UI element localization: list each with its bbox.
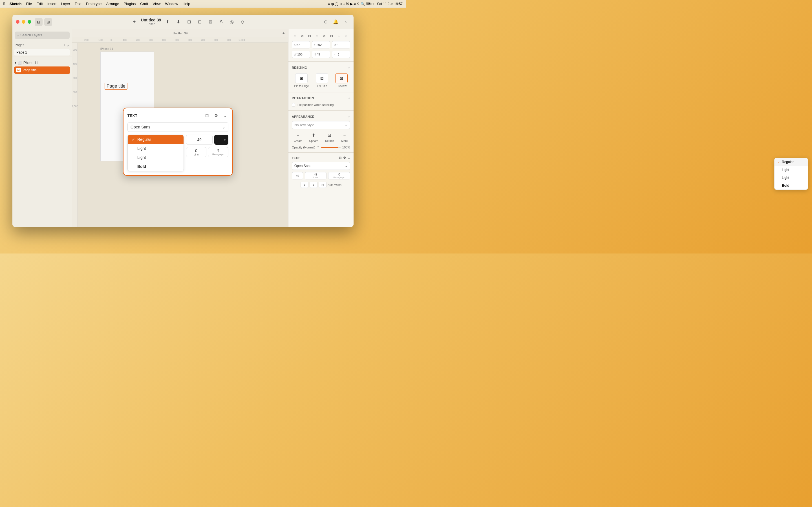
- distribute-h-btn[interactable]: ⊡: [336, 33, 342, 39]
- notification-btn[interactable]: 🔔: [332, 18, 340, 26]
- align-center-btn[interactable]: ⊠: [299, 33, 305, 39]
- menu-arrange[interactable]: Arrange: [106, 2, 119, 6]
- menu-prototype[interactable]: Prototype: [86, 2, 102, 6]
- text-section-label: TEXT: [292, 156, 300, 160]
- more-btn[interactable]: ›: [342, 18, 350, 26]
- page-1-item[interactable]: Page 1: [14, 49, 70, 55]
- prototype-tool[interactable]: ⊕: [321, 18, 330, 26]
- resizing-section: RESIZING ⌄ ⊞ Pin to Edge ⊠ Fix Size ⊡ Pr…: [289, 62, 354, 93]
- select-tool[interactable]: ⊠: [206, 18, 214, 25]
- appearance-expand-btn[interactable]: ⌄: [348, 115, 350, 118]
- layer-title-label: Page title: [22, 68, 37, 72]
- preview-btn[interactable]: ⊡ Preview: [335, 73, 348, 88]
- clock: Sat 11 Jun 19:57: [377, 2, 403, 6]
- create-style-btn[interactable]: + Create: [294, 132, 302, 143]
- menu-text[interactable]: Text: [75, 2, 82, 6]
- menu-craft[interactable]: Craft: [140, 2, 148, 6]
- align-middle-btn[interactable]: ⊠: [321, 33, 327, 39]
- transform-tool[interactable]: ⊡: [195, 18, 204, 25]
- menu-file[interactable]: File: [26, 2, 32, 6]
- text-line-input[interactable]: 49 Line: [305, 172, 327, 179]
- pin-to-edge-label: Pin to Edge: [294, 84, 309, 88]
- detach-style-btn[interactable]: ⊡ Detach: [325, 132, 334, 143]
- y-label: Y: [314, 43, 316, 47]
- paragraph-input[interactable]: ¶ Paragraph: [208, 147, 229, 157]
- font-option-light1[interactable]: ✓ Light: [128, 144, 184, 153]
- font-option-regular[interactable]: ✓ Regular: [128, 135, 184, 144]
- settings-icon[interactable]: ⚙: [213, 112, 219, 119]
- arrange-tool[interactable]: ⬇: [174, 18, 183, 25]
- layers-icon[interactable]: ⊡: [204, 112, 210, 119]
- w-input[interactable]: W 155: [292, 51, 310, 58]
- menu-layer[interactable]: Layer: [61, 2, 70, 6]
- canvas-area[interactable]: Untitled 39 + -200 -100 0 100 200 300 40…: [72, 29, 288, 227]
- add-tool[interactable]: +: [130, 18, 139, 25]
- font-size-input[interactable]: 49: [186, 135, 213, 145]
- text-settings-icon[interactable]: ⚙: [343, 156, 346, 160]
- text-align-center-icon[interactable]: ≡: [310, 182, 317, 188]
- add-page-btn[interactable]: +: [63, 43, 66, 48]
- text-style-selector[interactable]: No Text Style ⌄: [292, 121, 350, 129]
- font-option-bold[interactable]: ✓ Bold: [128, 162, 184, 171]
- text-width-icon[interactable]: ⊡: [319, 182, 326, 188]
- opacity-slider[interactable]: [321, 147, 341, 148]
- distribute-v-btn[interactable]: ⊡: [343, 33, 349, 39]
- update-style-btn[interactable]: ⬆ Update: [309, 132, 318, 143]
- resizing-expand-btn[interactable]: ⌄: [348, 66, 350, 69]
- align-left-btn[interactable]: ⊟: [292, 33, 298, 39]
- opacity-value: 100%: [342, 146, 350, 149]
- align-tool[interactable]: ⊟: [185, 18, 193, 25]
- menu-insert[interactable]: Insert: [47, 2, 57, 6]
- layer-group-iphone[interactable]: ▾ ⬜ iPhone 11: [12, 60, 72, 66]
- menu-window[interactable]: Window: [165, 2, 178, 6]
- shape-tool[interactable]: ◇: [238, 18, 247, 25]
- align-bottom-btn[interactable]: ⊡: [328, 33, 335, 39]
- x-input[interactable]: X 67: [292, 41, 310, 48]
- font-option-light2[interactable]: ✓ Light: [128, 153, 184, 162]
- search-bar[interactable]: ⌕ Search Layers: [15, 32, 70, 39]
- pages-chevron[interactable]: ⌄: [66, 42, 70, 48]
- menu-help[interactable]: Help: [183, 2, 190, 6]
- h-input[interactable]: H 49: [312, 51, 330, 58]
- text-font-selector[interactable]: Open Sans ⌄: [292, 162, 350, 170]
- menu-sketch[interactable]: Sketch: [10, 2, 22, 6]
- more-style-btn[interactable]: ··· More: [341, 132, 348, 143]
- pin-to-edge-btn[interactable]: ⊞ Pin to Edge: [294, 73, 309, 88]
- h-value: 49: [317, 53, 320, 56]
- opacity-stepper[interactable]: ⌃: [317, 145, 319, 149]
- interaction-add-btn[interactable]: +: [348, 96, 350, 100]
- canvas-content[interactable]: iPhone 11 Page title TEXT ⊡ ⚙ ⌄: [78, 43, 288, 227]
- minimize-button[interactable]: [22, 20, 26, 24]
- text-paragraph-input[interactable]: 0 Paragraph: [328, 172, 350, 179]
- flip-inputs[interactable]: ⇔ ⇕: [332, 51, 350, 58]
- close-button[interactable]: [16, 20, 19, 24]
- maximize-button[interactable]: [28, 20, 31, 24]
- fix-position-checkbox[interactable]: [292, 103, 295, 107]
- text-size-input[interactable]: 49: [292, 172, 303, 179]
- text-layers-icon[interactable]: ⊡: [339, 156, 342, 160]
- font-selector[interactable]: Open Sans ⌄: [128, 122, 229, 132]
- y-input[interactable]: Y 202: [312, 41, 330, 48]
- zoom-tool[interactable]: ◎: [227, 18, 236, 25]
- menu-plugins[interactable]: Plugins: [124, 2, 136, 6]
- menu-view[interactable]: View: [153, 2, 160, 6]
- align-top-btn[interactable]: ⊟: [314, 33, 320, 39]
- rotation-input[interactable]: 0 °: [332, 41, 350, 48]
- upload-tool[interactable]: ⬆: [163, 18, 172, 25]
- sidebar-toggle[interactable]: ⊟: [35, 18, 43, 26]
- collapse-icon[interactable]: ⌄: [221, 112, 229, 119]
- layer-page-title[interactable]: Aa Page title: [14, 66, 70, 74]
- menu-edit[interactable]: Edit: [36, 2, 43, 6]
- align-right-btn[interactable]: ⊡: [306, 33, 313, 39]
- text-align-left-icon[interactable]: ≡: [301, 182, 308, 188]
- w-label: W: [294, 53, 296, 56]
- grid-view-toggle[interactable]: ⊞: [44, 18, 52, 26]
- add-artboard-btn[interactable]: +: [283, 31, 285, 36]
- line-height-input[interactable]: 0 Line: [186, 147, 206, 157]
- color-swatch[interactable]: [214, 135, 229, 145]
- page-title-element[interactable]: Page title: [105, 83, 128, 90]
- apple-icon[interactable]: : [3, 1, 5, 6]
- text-tool[interactable]: A: [217, 18, 225, 25]
- fix-size-btn[interactable]: ⊠ Fix Size: [316, 73, 328, 88]
- text-expand-icon[interactable]: ⌄: [348, 156, 350, 160]
